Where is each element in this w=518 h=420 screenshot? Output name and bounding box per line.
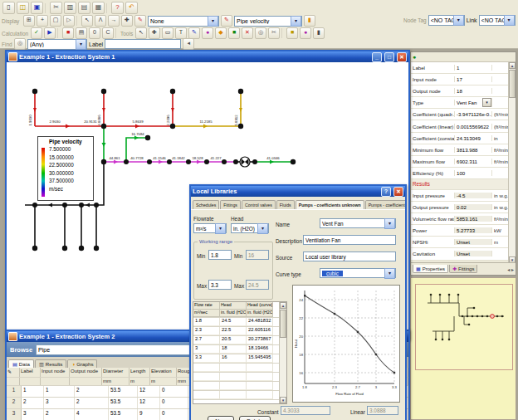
stop-icon[interactable]: ■ [62,27,74,39]
description-field[interactable]: Ventilation Fan [303,235,396,245]
empty-cell[interactable] [220,382,247,390]
clear-icon[interactable]: C [102,27,114,39]
tab-graphs[interactable]: ◑ Graphs [67,359,97,368]
flowrate-unit-combo[interactable]: m³/s ▾ [193,223,227,233]
prop-value[interactable]: 100 [455,170,492,176]
min-flow-field[interactable]: 1.8 [208,250,232,260]
tool-ellipse-icon[interactable]: ● [202,27,213,39]
curve-col-header[interactable]: Head [220,302,247,310]
cell[interactable]: 1 [44,386,75,397]
scrollbar-thumb[interactable] [509,70,516,98]
cell[interactable]: 2.3 [193,327,220,335]
print-icon[interactable]: ▦ [92,2,105,14]
cell[interactable]: 1.8 [193,318,220,326]
zoom-box-icon[interactable]: ▢ [50,15,61,27]
scroll-left-icon[interactable]: ◂ [507,267,510,272]
cell[interactable]: 53.5 [109,409,138,420]
curve-row[interactable]: 2.3 22.5 22.605116 [193,327,286,336]
cell[interactable]: 2 [75,398,109,408]
cell[interactable]: 3 [193,345,220,354]
scroll-up-icon[interactable]: ▴ [280,302,286,309]
legend[interactable]: Pipe velocity 7.500000 15.000000 22.5000… [37,136,94,201]
cell[interactable]: 12 [138,398,160,408]
link-display-icon[interactable]: → [108,15,120,27]
validate-icon[interactable]: ✓ [31,27,42,39]
paste-icon[interactable]: ▤ [78,2,90,14]
curve-row[interactable]: 1.8 24.5 24.481832 [193,318,286,327]
pump-icon[interactable] [240,157,250,167]
tab-pumps-coefficients-unknown[interactable]: Pumps - coefficients unknown [296,200,364,209]
cell[interactable]: 16 [220,354,247,363]
curve-col-header[interactable]: Head (curve) [247,302,273,310]
prop-value[interactable]: 24.313049 [455,135,492,141]
scrollbar-thumb[interactable] [280,310,286,338]
col-header[interactable]: Input node [41,368,70,377]
legend-toggle-icon[interactable]: ▮ [304,15,315,27]
cell[interactable]: 18 [220,345,247,354]
empty-cell[interactable] [220,364,247,372]
run-icon[interactable]: ▶ [44,27,56,39]
prop-value[interactable]: 18 [455,88,492,94]
pipe-display-combo[interactable]: Pipe velocity ▾ [234,16,302,27]
tab-properties[interactable]: ▦ Properties [413,265,448,273]
tool-highlight-icon[interactable]: ■ [286,27,298,39]
panel-refresh-icon[interactable]: ● [413,54,416,60]
maximize-icon[interactable]: □ [384,52,394,62]
tool-text-icon[interactable]: T [175,27,187,39]
tool-find-icon[interactable]: ◎ [255,27,266,39]
zoom-in-icon[interactable]: + [37,15,48,27]
prop-type-combo[interactable]: Vent Fan▾ [455,98,492,107]
copy-icon[interactable]: ▥ [64,2,76,14]
cell[interactable]: 53.5 [109,398,138,408]
cell[interactable]: 0 [160,386,188,397]
cell[interactable]: 3 [44,398,75,408]
link-tag-combo[interactable]: <NO TAG> ▾ [479,15,516,26]
empty-cell[interactable] [247,364,273,372]
tool-fill-icon[interactable]: ■ [228,27,240,39]
cell[interactable]: 18.19466 [247,345,273,354]
tab-data[interactable]: ▤ Data [8,359,34,368]
select-cursor-icon[interactable]: ↖ [81,15,93,27]
save-icon[interactable]: ▣ [31,2,43,14]
help-icon[interactable]: ? [381,187,391,197]
tool-pen-icon[interactable]: ✎ [188,27,200,39]
cell[interactable]: 20.5 [220,336,247,344]
col-header[interactable]: Diameter [102,368,130,377]
head-unit-combo[interactable]: in. (H2O) ▾ [231,223,269,233]
tool-bar-icon[interactable]: ▮ [313,27,325,39]
cell[interactable]: 12 [138,386,160,397]
cell[interactable]: 4 [75,409,109,420]
tab-pumps-coefficients-known[interactable]: Pumps - coefficients known [365,200,407,209]
cell[interactable]: 2 [22,398,44,408]
scroll-down-icon[interactable]: ▾ [280,397,286,403]
col-header[interactable]: Length [130,368,150,377]
overview-map[interactable] [415,284,513,370]
curve-row[interactable]: 3 18 18.19466 [193,345,286,354]
properties-scrollbar[interactable]: ▴ ▾ [508,62,516,263]
cell[interactable]: 15.945495 [247,354,273,363]
cut-icon[interactable]: ✂ [50,2,62,14]
empty-cell[interactable] [220,373,247,381]
cell[interactable]: 9 [138,409,160,420]
reset-zero-icon[interactable]: 0 [89,27,100,39]
prop-value[interactable]: 6902.311 [455,159,492,164]
minimize-icon[interactable]: _ [372,52,382,62]
tab-control-valves[interactable]: Control valves [242,200,276,209]
curve-row[interactable]: 3.3 16 15.945495 [193,354,286,364]
cell[interactable]: 2 [44,409,75,420]
prop-value[interactable]: 1 [455,65,492,71]
pipe-style-pen-icon[interactable]: ✎ [221,15,232,27]
prop-value[interactable]: -3.9471126e-0... [455,111,492,117]
tab-results[interactable]: ▥ Results [35,359,67,368]
cell[interactable]: 0 [160,409,188,420]
curve-type-combo[interactable]: cubic ▾ [320,268,396,278]
node-display-icon[interactable]: Λ [95,15,106,27]
empty-cell[interactable] [247,373,273,381]
report-icon[interactable]: ▤ [76,27,87,39]
scroll-up-icon[interactable]: ▴ [509,62,516,69]
tool-crosshair-icon[interactable]: ✚ [149,27,160,39]
delete-button[interactable]: Delete [239,416,271,420]
tool-polygon-icon[interactable]: ◆ [215,27,227,39]
empty-cell[interactable] [193,391,220,399]
scroll-right-icon[interactable]: ▸ [511,267,514,272]
